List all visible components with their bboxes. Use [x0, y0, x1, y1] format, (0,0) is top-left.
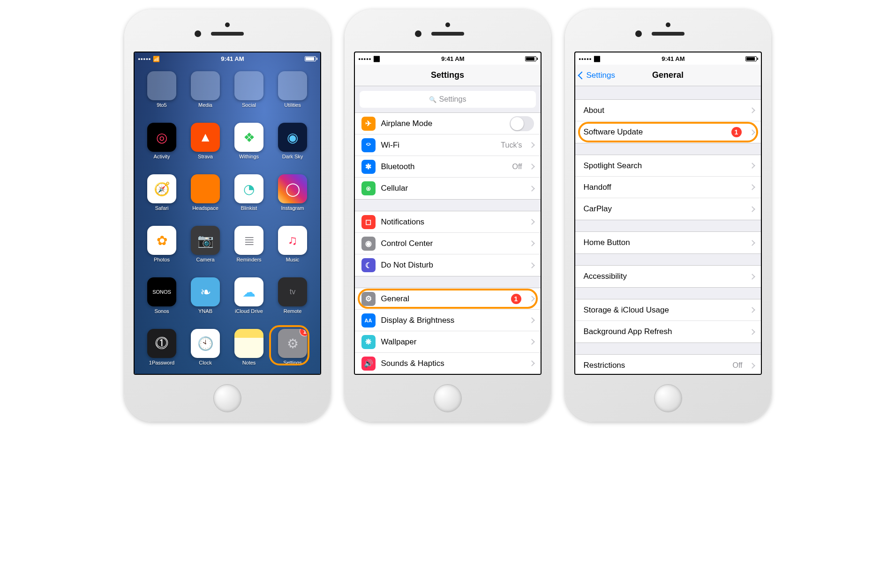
app-icon: ❖: [234, 123, 263, 152]
app-headspace[interactable]: ●Headspace: [185, 174, 226, 223]
app-icon: [234, 71, 263, 100]
chevron-right-icon: [749, 163, 755, 169]
app-1password[interactable]: ⓵1Password: [141, 329, 183, 375]
general-section: Home Button: [575, 231, 761, 254]
app-photos[interactable]: ✿Photos: [141, 226, 183, 275]
app-settings[interactable]: ⚙1Settings: [272, 329, 314, 375]
app-label: Settings: [283, 360, 302, 365]
home-button[interactable]: [434, 384, 462, 412]
row-control-center[interactable]: ◉Control Center: [355, 233, 541, 254]
row-general[interactable]: ⚙General1: [355, 288, 541, 310]
app-camera[interactable]: 📷Camera: [185, 226, 226, 275]
row-icon: ⍟: [361, 181, 376, 195]
app-icon: ⓵: [147, 329, 176, 358]
home-button[interactable]: [213, 384, 241, 412]
app-withings[interactable]: ❖Withings: [228, 123, 270, 171]
general-section: AboutSoftware Update1: [575, 99, 761, 143]
app-utilities[interactable]: Utilities: [272, 71, 314, 120]
app-instagram[interactable]: ◯Instagram: [272, 174, 314, 223]
general-section: Spotlight SearchHandoffCarPlay: [575, 155, 761, 220]
row-bluetooth[interactable]: ✱BluetoothOff: [355, 156, 541, 178]
chevron-right-icon: [529, 317, 535, 323]
row-icon: ❋: [361, 335, 376, 349]
row-label: CarPlay: [584, 204, 745, 214]
row-software-update[interactable]: Software Update1: [575, 121, 761, 143]
battery-icon: [525, 56, 536, 61]
app-safari[interactable]: 🧭Safari: [141, 174, 183, 223]
app-label: Activity: [154, 154, 170, 159]
app-social[interactable]: Social: [228, 71, 270, 120]
row-background-app-refresh[interactable]: Background App Refresh: [575, 321, 761, 342]
row-cellular[interactable]: ⍟Cellular: [355, 178, 541, 199]
row-wallpaper[interactable]: ❋Wallpaper: [355, 331, 541, 353]
app-icloud-drive[interactable]: ☁iCloud Drive: [228, 277, 270, 326]
row-spotlight-search[interactable]: Spotlight Search: [575, 155, 761, 177]
toggle-switch[interactable]: [510, 116, 534, 131]
app-icon: ◔: [234, 174, 263, 203]
row-display-brightness[interactable]: AADisplay & Brightness: [355, 310, 541, 331]
row-restrictions[interactable]: RestrictionsOff: [575, 355, 761, 374]
app-blinkist[interactable]: ◔Blinkist: [228, 174, 270, 223]
app-label: Dark Sky: [282, 154, 303, 159]
row-airplane-mode[interactable]: ✈Airplane Mode: [355, 113, 541, 134]
home-wallpaper: ••••• 9:41 AM 9to5MediaSocialUtilities◎A…: [135, 52, 320, 375]
row-icon: ◉: [361, 237, 376, 251]
row-notifications[interactable]: ◻Notifications: [355, 211, 541, 233]
row-handoff[interactable]: Handoff: [575, 177, 761, 198]
general-table[interactable]: AboutSoftware Update1Spotlight SearchHan…: [575, 86, 761, 374]
row-carplay[interactable]: CarPlay: [575, 198, 761, 220]
settings-table[interactable]: Settings ✈Airplane Mode⌔Wi-FiTuck's✱Blue…: [355, 86, 541, 374]
app-icon: ◉: [278, 123, 307, 152]
back-button[interactable]: Settings: [579, 65, 615, 86]
search-input[interactable]: Settings: [360, 91, 536, 108]
row-accessibility[interactable]: Accessibility: [575, 266, 761, 287]
back-label: Settings: [587, 71, 615, 80]
row-storage-icloud-usage[interactable]: Storage & iCloud Usage: [575, 299, 761, 321]
app-ynab[interactable]: ❧YNAB: [185, 277, 226, 326]
chevron-right-icon: [749, 274, 755, 280]
home-icon-grid: 9to5MediaSocialUtilities◎Activity▲Strava…: [135, 65, 320, 375]
app-label: Sonos: [154, 308, 169, 314]
app-icon: ❧: [191, 277, 220, 306]
earpiece-speaker: [211, 32, 244, 36]
row-wi-fi[interactable]: ⌔Wi-FiTuck's: [355, 134, 541, 156]
app-music[interactable]: ♫Music: [272, 226, 314, 275]
app-notes[interactable]: Notes: [228, 329, 270, 375]
front-camera: [195, 30, 201, 37]
screen-home: ••••• 9:41 AM 9to5MediaSocialUtilities◎A…: [134, 52, 321, 375]
app-label: Camera: [196, 257, 214, 262]
app-clock[interactable]: 🕙Clock: [185, 329, 226, 375]
app-activity[interactable]: ◎Activity: [141, 123, 183, 171]
status-time: 9:41 AM: [441, 55, 464, 62]
row-icon: ◻: [361, 215, 376, 229]
app-9to5[interactable]: 9to5: [141, 71, 183, 120]
row-label: Handoff: [584, 183, 745, 192]
chevron-right-icon: [529, 164, 535, 170]
row-home-button[interactable]: Home Button: [575, 232, 761, 253]
app-label: Media: [198, 102, 212, 108]
home-button[interactable]: [654, 384, 682, 412]
battery-icon: [305, 56, 316, 61]
app-icon: ✿: [147, 226, 176, 255]
row-sounds-haptics[interactable]: 🔊Sounds & Haptics: [355, 353, 541, 374]
wifi-icon: [594, 55, 601, 62]
app-sonos[interactable]: SONOSSonos: [141, 277, 183, 326]
app-media[interactable]: Media: [185, 71, 226, 120]
app-dark-sky[interactable]: ◉Dark Sky: [272, 123, 314, 171]
status-time: 9:41 AM: [221, 55, 244, 62]
row-do-not-disturb[interactable]: ☾Do Not Disturb: [355, 254, 541, 276]
app-icon: [147, 71, 176, 100]
app-icon: SONOS: [147, 277, 176, 306]
row-about[interactable]: About: [575, 100, 761, 121]
app-reminders[interactable]: ≣Reminders: [228, 226, 270, 275]
earpiece-speaker: [652, 32, 684, 36]
app-remote[interactable]: tvRemote: [272, 277, 314, 326]
app-label: Headspace: [192, 205, 218, 211]
row-label: About: [584, 106, 745, 115]
battery-icon: [745, 56, 757, 61]
app-label: iCloud Drive: [235, 308, 263, 314]
chevron-right-icon: [749, 107, 755, 113]
app-strava[interactable]: ▲Strava: [185, 123, 226, 171]
app-label: Utilities: [284, 102, 301, 108]
app-label: Photos: [154, 257, 170, 262]
